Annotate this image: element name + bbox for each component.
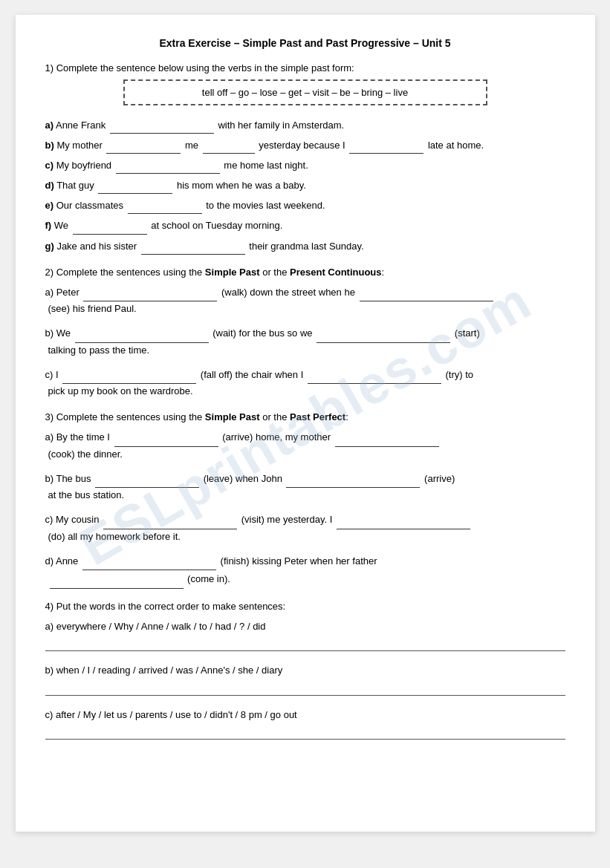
answer-line-4b[interactable] [45, 682, 565, 696]
section-4: 4) Put the words in the correct order to… [45, 601, 565, 740]
section-1: 1) Complete the sentence below using the… [45, 62, 565, 255]
blank-s2b-2[interactable] [317, 333, 450, 343]
section-2: 2) Complete the sentences using the Simp… [45, 267, 565, 399]
blank-s2c-2[interactable] [308, 373, 441, 384]
blank-s1b-2[interactable] [203, 143, 255, 154]
blank-s3a-2[interactable] [335, 437, 439, 447]
page-title: Extra Exercise – Simple Past and Past Pr… [45, 37, 565, 49]
s3-item-a: a) By the time I (arrive) home, my mothe… [45, 428, 565, 462]
s2-item-c: c) I (fall off) the chair when I (try) t… [45, 366, 565, 399]
blank-s1c-1[interactable] [116, 163, 220, 174]
s3-item-b: b) The bus (leave) when John (arrive) at… [45, 470, 565, 503]
s3-item-d: d) Anne (finish) kissing Peter when her … [45, 552, 565, 589]
blank-s3c-2[interactable] [337, 519, 470, 529]
blank-s1b-3[interactable] [349, 143, 424, 154]
section-1-heading: 1) Complete the sentence below using the… [45, 62, 565, 74]
s4-item-c: c) after / My / let us / parents / use t… [45, 706, 565, 740]
s1-item-f: f) We at school on Tuesday morning. [45, 218, 565, 234]
blank-s3a-1[interactable] [114, 437, 218, 447]
s1-item-g: g) Jake and his sister their grandma las… [45, 238, 565, 255]
blank-s3b-1[interactable] [95, 477, 199, 488]
blank-s3d-1[interactable] [82, 560, 216, 570]
verb-box: tell off – go – lose – get – visit – be … [123, 79, 487, 105]
blank-s2b-1[interactable] [75, 333, 209, 343]
s1-item-a: a) Anne Frank with her family in Amsterd… [45, 117, 565, 134]
section-4-heading: 4) Put the words in the correct order to… [45, 601, 565, 612]
blank-s2a-1[interactable] [83, 291, 217, 301]
section-3-heading: 3) Complete the sentences using the Simp… [45, 411, 565, 422]
s1-item-d: d) That guy his mom when he was a baby. [45, 177, 565, 194]
blank-s1f-1[interactable] [73, 224, 147, 235]
s1-item-e: e) Our classmates to the movies last wee… [45, 198, 565, 214]
blank-s2a-2[interactable] [360, 291, 493, 301]
s4-item-a: a) everywhere / Why / Anne / walk / to /… [45, 618, 565, 651]
s4-item-b: b) when / I / reading / arrived / was / … [45, 662, 565, 695]
blank-s3b-2[interactable] [286, 477, 420, 488]
blank-s1b-1[interactable] [106, 143, 181, 154]
blank-s3d-2[interactable] [50, 578, 184, 589]
s1-item-c: c) My boyfriend me home last night. [45, 157, 565, 174]
s1-item-b: b) My mother me yesterday because I late… [45, 137, 565, 154]
answer-line-4c[interactable] [45, 726, 565, 740]
worksheet-page: ESLprintables.com Extra Exercise – Simpl… [16, 15, 595, 832]
s2-item-a: a) Peter (walk) down the street when he … [45, 284, 565, 317]
s3-item-c: c) My cousin (visit) me yesterday. I (do… [45, 511, 565, 544]
blank-s1e-1[interactable] [128, 203, 202, 214]
blank-s3c-1[interactable] [103, 519, 237, 529]
blank-s2c-1[interactable] [62, 373, 196, 384]
blank-s1d-1[interactable] [98, 183, 172, 194]
section-2-heading: 2) Complete the sentences using the Simp… [45, 267, 565, 278]
s2-item-b: b) We (wait) for the bus so we (start) t… [45, 324, 565, 358]
answer-line-4a[interactable] [45, 638, 565, 651]
blank-s1a-1[interactable] [110, 123, 214, 134]
blank-s1g-1[interactable] [141, 244, 245, 255]
section-3: 3) Complete the sentences using the Simp… [45, 411, 565, 589]
